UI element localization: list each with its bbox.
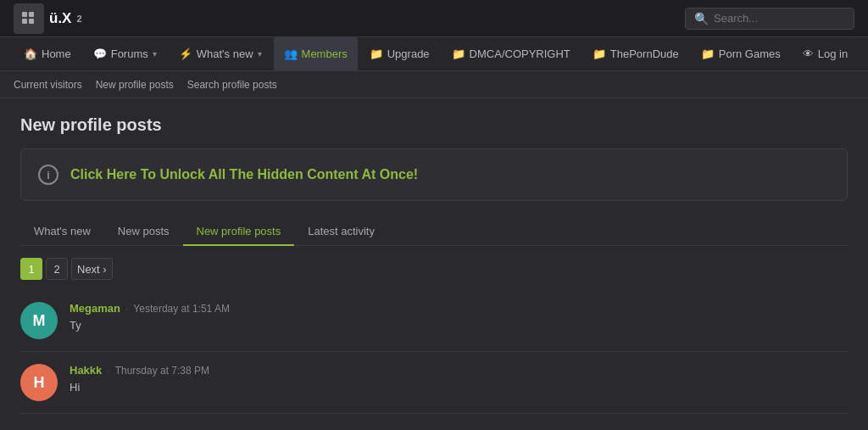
nav-label-members: Members xyxy=(302,47,348,60)
subnav-current-visitors[interactable]: Current visitors xyxy=(14,79,82,91)
avatar: H xyxy=(20,364,58,401)
upgrade-icon: 📁 xyxy=(370,47,383,60)
table-row: M Megaman · Yesterday at 1:51 AM Ty xyxy=(20,290,848,352)
subnav-search-profile-posts[interactable]: Search profile posts xyxy=(187,79,277,91)
nav-item-forums[interactable]: 💬 Forums ▾ xyxy=(83,37,167,71)
top-bar: ü.X2 🔍 xyxy=(0,0,868,37)
nav-bar: 🏠 Home 💬 Forums ▾ ⚡ What's new ▾ 👥 Membe… xyxy=(0,37,868,71)
post-author[interactable]: Megaman xyxy=(70,302,120,315)
nav-item-register[interactable]: 📁 Register xyxy=(860,37,868,71)
posts-list: M Megaman · Yesterday at 1:51 AM Ty H Ha… xyxy=(20,290,848,414)
search-icon: 🔍 xyxy=(694,12,709,25)
tab-new-profile-posts[interactable]: New profile posts xyxy=(183,218,295,246)
nav-label-pornDude: ThePornDude xyxy=(610,47,679,60)
svg-rect-3 xyxy=(29,19,34,24)
svg-rect-1 xyxy=(29,12,34,17)
search-input[interactable] xyxy=(714,12,845,25)
forums-chevron-icon: ▾ xyxy=(153,49,157,59)
nav-item-members[interactable]: 👥 Members xyxy=(274,37,358,71)
nav-label-dmca: DMCA/COPYRIGHT xyxy=(470,47,570,60)
svg-rect-2 xyxy=(22,19,27,24)
page-btn-next[interactable]: Next › xyxy=(71,258,113,280)
avatar: M xyxy=(20,302,58,339)
search-bar[interactable]: 🔍 xyxy=(685,8,854,30)
nav-item-pornDude[interactable]: 📁 ThePornDude xyxy=(582,37,689,71)
nav-item-login[interactable]: 👁 Log in xyxy=(793,37,858,71)
logo[interactable]: ü.X2 xyxy=(14,3,82,34)
nav-label-whats-new: What's new xyxy=(197,47,253,60)
page-title: New profile posts xyxy=(20,115,848,135)
nav-label-forums: Forums xyxy=(111,47,148,60)
logo-icon xyxy=(14,3,44,34)
pagination: 1 2 Next › xyxy=(20,258,848,280)
members-icon: 👥 xyxy=(284,47,298,60)
nav-label-pornGames: Porn Games xyxy=(719,47,781,60)
post-time: Yesterday at 1:51 AM xyxy=(133,303,230,315)
forums-icon: 💬 xyxy=(93,47,107,60)
tabs: What's new New posts New profile posts L… xyxy=(20,218,848,246)
tab-latest-activity[interactable]: Latest activity xyxy=(294,218,388,246)
table-row: H Hakkk · Thursday at 7:38 PM Hi xyxy=(20,352,848,414)
tab-new-posts[interactable]: New posts xyxy=(104,218,183,246)
pornGames-icon: 📁 xyxy=(701,47,715,60)
promo-box: i Click Here To Unlock All The Hidden Co… xyxy=(20,148,848,201)
home-icon: 🏠 xyxy=(24,47,37,60)
nav-item-whats-new[interactable]: ⚡ What's new ▾ xyxy=(169,37,272,71)
subnav-new-profile-posts[interactable]: New profile posts xyxy=(96,79,174,91)
pornDude-icon: 📁 xyxy=(593,47,606,60)
nav-label-home: Home xyxy=(42,47,71,60)
nav-item-home[interactable]: 🏠 Home xyxy=(14,37,81,71)
nav-label-upgrade: Upgrade xyxy=(387,47,430,60)
promo-link[interactable]: Click Here To Unlock All The Hidden Cont… xyxy=(70,167,418,182)
login-icon: 👁 xyxy=(803,47,814,60)
svg-rect-0 xyxy=(22,12,27,17)
nav-item-pornGames[interactable]: 📁 Porn Games xyxy=(691,37,791,71)
sub-nav: Current visitors New profile posts Searc… xyxy=(0,71,868,98)
whats-new-icon: ⚡ xyxy=(179,47,192,60)
tab-whats-new[interactable]: What's new xyxy=(20,218,104,246)
nav-item-dmca[interactable]: 📁 DMCA/COPYRIGHT xyxy=(442,37,581,71)
whats-new-chevron-icon: ▾ xyxy=(258,49,262,59)
logo-sup: 2 xyxy=(76,14,81,24)
nav-label-login: Log in xyxy=(818,47,848,60)
nav-item-upgrade[interactable]: 📁 Upgrade xyxy=(359,37,440,71)
post-author[interactable]: Hakkk xyxy=(70,364,102,377)
post-time: Thursday at 7:38 PM xyxy=(115,365,209,377)
post-body: Hi xyxy=(70,381,209,394)
page-btn-2[interactable]: 2 xyxy=(46,258,68,280)
promo-info-icon: i xyxy=(38,165,58,185)
dmca-icon: 📁 xyxy=(452,47,465,60)
logo-text: ü.X xyxy=(49,10,71,27)
page-btn-1[interactable]: 1 xyxy=(20,258,42,280)
post-meta: Hakkk · Thursday at 7:38 PM Hi xyxy=(70,364,209,394)
page-content: New profile posts i Click Here To Unlock… xyxy=(0,98,868,430)
post-meta: Megaman · Yesterday at 1:51 AM Ty xyxy=(70,302,230,332)
post-body: Ty xyxy=(70,319,230,332)
